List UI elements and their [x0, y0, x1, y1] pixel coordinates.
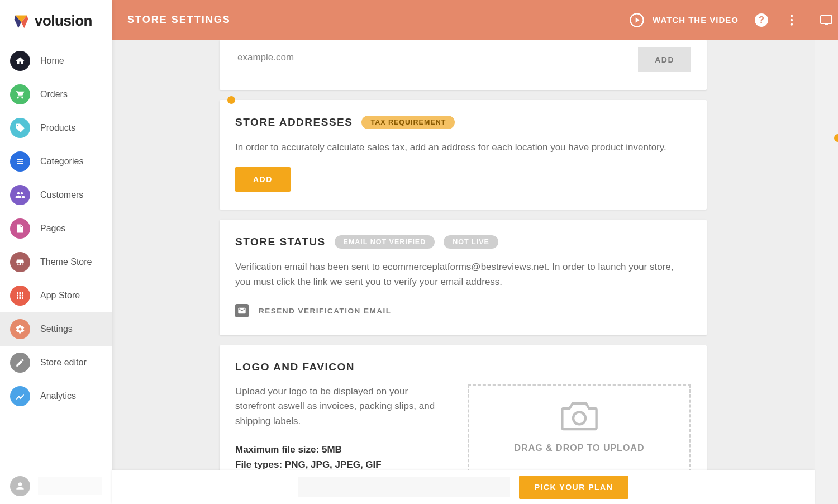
sidebar-item-label: Customers: [40, 190, 83, 200]
tag-icon: [10, 118, 30, 138]
sidebar-item-customers[interactable]: Customers: [0, 178, 112, 212]
more-vert-icon[interactable]: [784, 13, 799, 27]
store-addresses-title: STORE ADDRESSES: [235, 116, 353, 129]
sidebar-item-store-editor[interactable]: Store editor: [0, 346, 112, 379]
domain-input[interactable]: [235, 47, 625, 68]
page-icon: [10, 218, 30, 239]
camera-icon: [560, 400, 599, 432]
footer-slot: [38, 477, 102, 495]
store-status-body: Verification email has been sent to ecom…: [235, 260, 691, 289]
add-domain-button[interactable]: ADD: [638, 47, 691, 72]
plan-selector-slot[interactable]: [298, 477, 510, 497]
sidebar-footer: [0, 468, 112, 504]
sidebar: volusion HomeOrdersProductsCategoriesCus…: [0, 0, 112, 504]
svg-point-3: [791, 15, 793, 17]
sidebar-item-pages[interactable]: Pages: [0, 212, 112, 245]
watch-video-button[interactable]: WATCH THE VIDEO: [629, 12, 739, 28]
svg-point-6: [573, 412, 585, 424]
logo-favicon-title: LOGO AND FAVICON: [235, 361, 355, 373]
user-avatar[interactable]: [10, 476, 30, 496]
logo-meta: Maximum file size: 5MB File types: PNG, …: [235, 442, 445, 472]
brand-logo[interactable]: volusion: [0, 0, 112, 44]
people-icon: [10, 185, 30, 205]
sidebar-item-label: Categories: [40, 156, 83, 167]
add-address-button[interactable]: ADD: [235, 167, 291, 192]
apps-icon: [10, 286, 30, 306]
store-icon: [10, 252, 30, 272]
rail-indicator-dot: [834, 134, 838, 142]
sidebar-item-label: Store editor: [40, 358, 87, 368]
svg-text:?: ?: [759, 15, 764, 25]
home-icon: [10, 51, 30, 71]
resend-verification-button[interactable]: RESEND VERIFICATION EMAIL: [235, 304, 691, 317]
svg-point-5: [791, 23, 793, 25]
gear-icon: [10, 319, 30, 339]
main-content: ADD STORE ADDRESSES TAX REQUIREMENT In o…: [112, 40, 815, 504]
monitor-icon: [820, 13, 833, 27]
topbar: STORE SETTINGS WATCH THE VIDEO ?: [112, 0, 815, 40]
preview-button[interactable]: [815, 0, 838, 40]
card-store-addresses: STORE ADDRESSES TAX REQUIREMENT In order…: [220, 100, 707, 210]
help-icon[interactable]: ?: [754, 13, 769, 27]
not-live-badge: NOT LIVE: [444, 235, 498, 249]
list-icon: [10, 151, 30, 172]
logo-dropzone[interactable]: DRAG & DROP TO UPLOAD: [468, 384, 691, 472]
mail-icon: [235, 304, 249, 317]
tax-requirement-badge: TAX REQUIREMENT: [361, 116, 455, 129]
page-title: STORE SETTINGS: [127, 14, 629, 26]
sidebar-item-categories[interactable]: Categories: [0, 145, 112, 178]
sidebar-item-label: Products: [40, 123, 75, 133]
sidebar-item-label: Home: [40, 56, 64, 66]
sidebar-nav: HomeOrdersProductsCategoriesCustomersPag…: [0, 44, 112, 468]
sidebar-item-home[interactable]: Home: [0, 44, 112, 78]
person-icon: [15, 481, 26, 492]
sidebar-item-analytics[interactable]: Analytics: [0, 379, 112, 413]
sidebar-item-label: Pages: [40, 224, 65, 234]
sidebar-item-label: Settings: [40, 324, 73, 334]
logo-description: Upload your logo to be displayed on your…: [235, 384, 445, 429]
topbar-actions: WATCH THE VIDEO ?: [629, 12, 799, 28]
sidebar-item-label: App Store: [40, 291, 80, 301]
sidebar-item-orders[interactable]: Orders: [0, 78, 112, 111]
bottombar: PICK YOUR PLAN: [112, 470, 815, 504]
email-not-verified-badge: EMAIL NOT VERIFIED: [335, 235, 435, 249]
card-domains: ADD: [220, 40, 707, 90]
brand-name: volusion: [35, 12, 92, 30]
resend-label: RESEND VERIFICATION EMAIL: [259, 307, 392, 315]
attention-dot: [227, 96, 235, 104]
right-rail: [815, 0, 838, 504]
play-circle-icon: [629, 12, 645, 28]
sidebar-item-theme-store[interactable]: Theme Store: [0, 245, 112, 279]
dropzone-label: DRAG & DROP TO UPLOAD: [480, 443, 678, 453]
watch-video-label: WATCH THE VIDEO: [653, 15, 739, 25]
card-store-status: STORE STATUS EMAIL NOT VERIFIED NOT LIVE…: [220, 220, 707, 335]
svg-point-4: [791, 18, 793, 21]
card-logo-favicon: LOGO AND FAVICON Upload your logo to be …: [220, 345, 707, 490]
sidebar-item-products[interactable]: Products: [0, 111, 112, 145]
volusion-mark-icon: [13, 13, 29, 29]
store-addresses-body: In order to accurately calculate sales t…: [235, 140, 691, 155]
sidebar-item-settings[interactable]: Settings: [0, 312, 112, 346]
chart-icon: [10, 386, 30, 406]
store-status-title: STORE STATUS: [235, 236, 326, 248]
pick-plan-button[interactable]: PICK YOUR PLAN: [519, 476, 629, 499]
sidebar-item-label: Theme Store: [40, 257, 92, 267]
sidebar-item-app-store[interactable]: App Store: [0, 279, 112, 312]
pencil-icon: [10, 353, 30, 373]
sidebar-item-label: Analytics: [40, 391, 76, 401]
sidebar-item-label: Orders: [40, 89, 68, 99]
cart-icon: [10, 84, 30, 104]
